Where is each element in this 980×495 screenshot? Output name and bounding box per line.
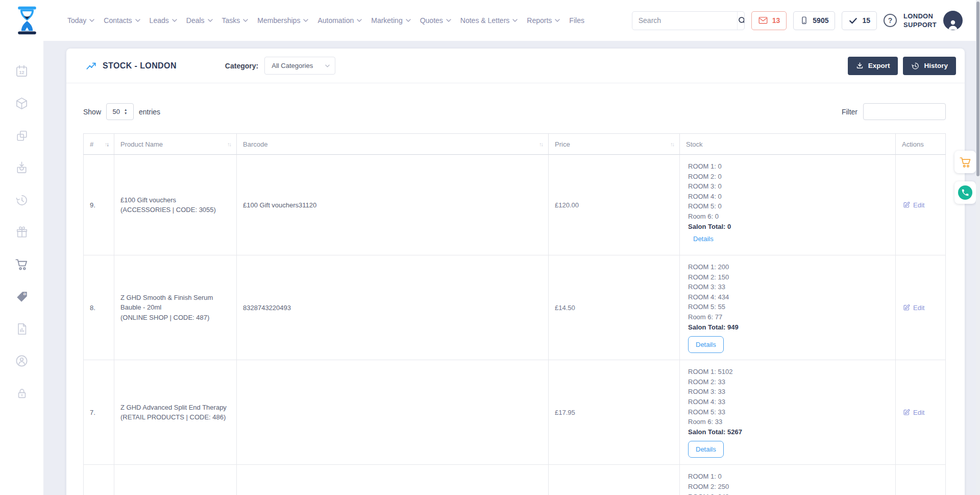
product-name: £100 Gift vouchers <box>120 195 230 205</box>
messages-count: 13 <box>772 16 780 25</box>
export-button[interactable]: Export <box>848 57 898 75</box>
edit-button[interactable]: Edit <box>903 201 924 209</box>
price-tag-icon[interactable]: $ <box>15 290 29 303</box>
nav-marketing[interactable]: Marketing <box>371 16 410 25</box>
barcode-cell <box>236 360 548 465</box>
scrollbar-thumb[interactable] <box>976 2 979 176</box>
search-input[interactable] <box>632 16 737 25</box>
stock-room-line: ROOM 5: 33 <box>688 407 887 417</box>
entries-label: entries <box>139 108 160 116</box>
details-button[interactable]: Details <box>688 441 724 458</box>
edit-button[interactable]: Edit <box>903 304 924 312</box>
stock-room-line: ROOM 2: 33 <box>688 377 887 387</box>
column-header-number[interactable]: #↑↓ <box>83 134 114 155</box>
table-row: 8. Z GHD Smooth & Finish Serum Bauble - … <box>83 255 946 360</box>
salon-total: Salon Total: 949 <box>688 322 887 333</box>
goods-in-icon[interactable] <box>15 161 29 175</box>
stock-room-line: ROOM 5: 55 <box>688 302 887 312</box>
left-sidebar: 12 $ <box>0 41 43 495</box>
table-header: #↑↓ Product Name↑↓ Barcode↑↓ Price↑↓ Sto… <box>83 133 946 155</box>
topbar-right-group: 13 5905 15 ? LONDON SUPPORT <box>632 11 963 30</box>
account-activity-icon[interactable] <box>15 354 29 368</box>
stock-room-line: ROOM 1: 0 <box>688 472 887 482</box>
nav-memberships[interactable]: Memberships <box>257 16 308 25</box>
column-header-actions: Actions <box>895 134 946 155</box>
sales-report-icon[interactable] <box>15 322 29 336</box>
nav-notes-letters[interactable]: Notes & Letters <box>460 16 518 25</box>
cart-icon[interactable] <box>15 257 29 271</box>
nav-today[interactable]: Today <box>67 16 94 25</box>
details-button[interactable]: Details <box>693 235 714 243</box>
chevron-down-icon <box>135 19 140 22</box>
stock-room-line: Room 6: 0 <box>688 211 887 222</box>
product-name-cell <box>114 465 236 495</box>
row-index-cell: 9. <box>83 155 114 255</box>
stock-room-line: ROOM 3: 0 <box>688 181 887 192</box>
column-header-price[interactable]: Price↑↓ <box>548 134 679 155</box>
stock-room-line: Room 6: 33 <box>688 417 887 427</box>
stock-cell: ROOM 1: 5102ROOM 2: 33ROOM 3: 33ROOM 4: … <box>679 360 895 465</box>
nav-tasks[interactable]: Tasks <box>222 16 249 25</box>
chevron-down-icon <box>446 19 451 22</box>
help-icon[interactable]: ? <box>884 14 897 27</box>
calendar-icon[interactable]: 12 <box>15 64 29 78</box>
stock-room-line: ROOM 1: 0 <box>688 161 887 172</box>
nav-deals[interactable]: Deals <box>186 16 213 25</box>
sort-icon: ↑↓ <box>670 141 675 147</box>
nav-reports[interactable]: Reports <box>527 16 560 25</box>
user-avatar[interactable] <box>943 11 963 30</box>
column-header-product-name[interactable]: Product Name↑↓ <box>114 134 236 155</box>
details-button[interactable]: Details <box>688 336 724 353</box>
show-label: Show <box>83 108 101 116</box>
phone-badge[interactable]: 5905 <box>793 11 835 30</box>
category-filter: Category: All Categories <box>225 57 335 75</box>
gift-icon[interactable] <box>15 225 29 239</box>
nav-leads[interactable]: Leads <box>150 16 177 25</box>
category-select[interactable]: All Categories <box>264 57 335 75</box>
history-icon <box>911 62 919 70</box>
stock-room-line: ROOM 2: 150 <box>688 272 887 282</box>
stock-room-line: ROOM 2: 0 <box>688 172 887 182</box>
chevron-down-icon <box>208 19 213 22</box>
edit-icon <box>903 409 910 416</box>
svg-text:12: 12 <box>19 70 24 75</box>
sort-icon: ↑↓ <box>227 141 232 147</box>
chevron-down-icon <box>325 64 330 67</box>
price-cell: £120.00 <box>548 155 679 255</box>
nav-contacts[interactable]: Contacts <box>104 16 140 25</box>
copy-icon[interactable] <box>15 129 29 143</box>
lock-icon[interactable] <box>15 386 29 400</box>
floating-cart-button[interactable] <box>954 151 976 173</box>
price-cell: £17.95 <box>548 360 679 465</box>
barcode-cell: 8328743220493 <box>236 255 548 360</box>
column-header-stock: Stock <box>679 134 895 155</box>
sort-icon: ↑↓ <box>539 141 544 147</box>
table-controls: Show 50 ▲▼ entries Filter <box>83 103 946 120</box>
row-index-cell: 7. <box>83 360 114 465</box>
history-button[interactable]: History <box>903 57 956 75</box>
search-icon[interactable] <box>737 12 745 30</box>
page-scrollbar <box>976 0 980 495</box>
column-header-barcode[interactable]: Barcode↑↓ <box>236 134 548 155</box>
entries-select[interactable]: 50 ▲▼ <box>106 103 134 120</box>
floating-call-button[interactable] <box>954 181 976 204</box>
chart-icon <box>86 61 97 71</box>
tasks-badge[interactable]: 15 <box>842 11 877 30</box>
chevron-down-icon <box>172 19 177 22</box>
nav-automation[interactable]: Automation <box>317 16 362 25</box>
user-name: LONDON SUPPORT <box>903 12 937 29</box>
stock-room-line: ROOM 4: 434 <box>688 292 887 302</box>
stock-room-line: ROOM 3: 33 <box>688 387 887 397</box>
edit-button[interactable]: Edit <box>903 409 924 416</box>
messages-badge[interactable]: 13 <box>751 11 787 30</box>
nav-quotes[interactable]: Quotes <box>420 16 451 25</box>
app-logo-icon[interactable] <box>15 6 39 35</box>
chevron-down-icon <box>303 19 308 22</box>
filter-input[interactable] <box>863 103 946 120</box>
stock-room-line: ROOM 4: 0 <box>688 192 887 202</box>
package-icon[interactable] <box>15 97 29 110</box>
history-icon[interactable] <box>15 193 29 207</box>
nav-files[interactable]: Files <box>569 16 584 25</box>
stock-room-line: ROOM 2: 250 <box>688 482 887 492</box>
product-name: Z GHD Smooth & Finish Serum Bauble - 20m… <box>120 293 230 313</box>
